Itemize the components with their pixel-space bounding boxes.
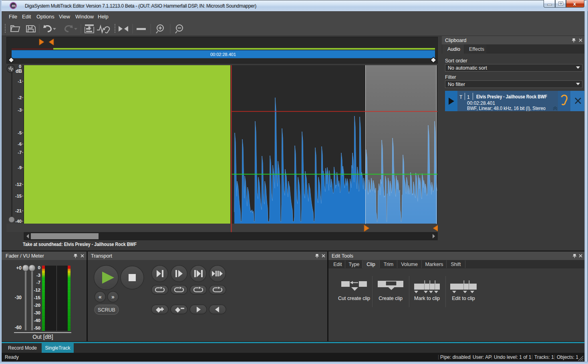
- svg-text:Clip: Clip: [366, 262, 375, 267]
- svg-text:Elvis Presley - Jailhouse Rock: Elvis Presley - Jailhouse Rock BWF: [476, 94, 547, 100]
- svg-text:No filter: No filter: [448, 82, 465, 87]
- svg-text:-40: -40: [15, 219, 22, 224]
- svg-text:Edit to clip: Edit to clip: [452, 296, 475, 301]
- svg-text:SCRUB: SCRUB: [98, 307, 115, 313]
- svg-text:Markers: Markers: [425, 262, 443, 267]
- svg-text:Take at soundhead: Elvis Presl: Take at soundhead: Elvis Presley - Jailh…: [23, 242, 137, 247]
- svg-text:-7: -7: [18, 150, 22, 155]
- svg-text:-15: -15: [15, 194, 22, 198]
- svg-text:Trim: Trim: [384, 262, 394, 267]
- svg-text:-3: -3: [36, 273, 40, 278]
- svg-text:-60: -60: [15, 325, 22, 330]
- svg-text:dB: dB: [16, 68, 22, 74]
- svg-text:Filter: Filter: [445, 74, 456, 80]
- svg-text:«: «: [99, 294, 102, 300]
- svg-text:-12: -12: [15, 182, 22, 187]
- svg-text:Transport: Transport: [91, 253, 113, 259]
- svg-text:Fader / VU Meter: Fader / VU Meter: [6, 253, 44, 259]
- svg-text:Effects: Effects: [469, 46, 484, 52]
- svg-text:00:02:28.401: 00:02:28.401: [210, 52, 236, 57]
- svg-text:-6: -6: [18, 142, 22, 146]
- svg-text:0: 0: [38, 265, 40, 270]
- svg-text:-2: -2: [18, 95, 22, 100]
- svg-text:-30: -30: [15, 295, 22, 300]
- svg-text:-5: -5: [18, 130, 22, 135]
- svg-text:Edit: Edit: [333, 262, 342, 267]
- svg-text:»: »: [111, 294, 115, 300]
- svg-text:1: 1: [467, 94, 470, 100]
- svg-text:-40: -40: [34, 318, 40, 323]
- svg-text:-15: -15: [34, 295, 40, 300]
- svg-text:Edit Tools: Edit Tools: [332, 253, 353, 259]
- svg-text:-12: -12: [34, 288, 40, 292]
- svg-text:Create clip: Create clip: [379, 296, 403, 301]
- svg-text:T: T: [459, 94, 463, 100]
- svg-text:Audio: Audio: [447, 46, 460, 52]
- svg-text:-3: -3: [18, 108, 22, 112]
- svg-text:-20: -20: [34, 303, 40, 308]
- svg-text:No automatic sort: No automatic sort: [448, 65, 487, 71]
- svg-text:Shift: Shift: [451, 262, 461, 267]
- svg-text:-9: -9: [18, 165, 22, 170]
- svg-text:-7: -7: [36, 280, 40, 285]
- svg-text:Out [dB]: Out [dB]: [32, 334, 53, 340]
- svg-text:-1: -1: [18, 79, 22, 84]
- svg-text:Sort order: Sort order: [445, 58, 467, 64]
- svg-text:-30: -30: [34, 310, 40, 315]
- svg-text:-21: -21: [15, 208, 22, 213]
- svg-text:BWF, Linear; 48.0 kHz, 16 bit: BWF, Linear; 48.0 kHz, 16 bit (I), Stere…: [467, 106, 546, 111]
- svg-text:+0: +0: [16, 265, 22, 271]
- svg-text:-50: -50: [34, 326, 40, 330]
- svg-text:Volume: Volume: [401, 262, 418, 267]
- svg-text:Cut create clip: Cut create clip: [338, 296, 370, 301]
- svg-text:Type: Type: [348, 262, 359, 267]
- svg-text:Mark to clip: Mark to clip: [414, 296, 440, 301]
- svg-text:Clipboard: Clipboard: [445, 38, 467, 43]
- svg-text:00:02:28.401: 00:02:28.401: [467, 100, 495, 106]
